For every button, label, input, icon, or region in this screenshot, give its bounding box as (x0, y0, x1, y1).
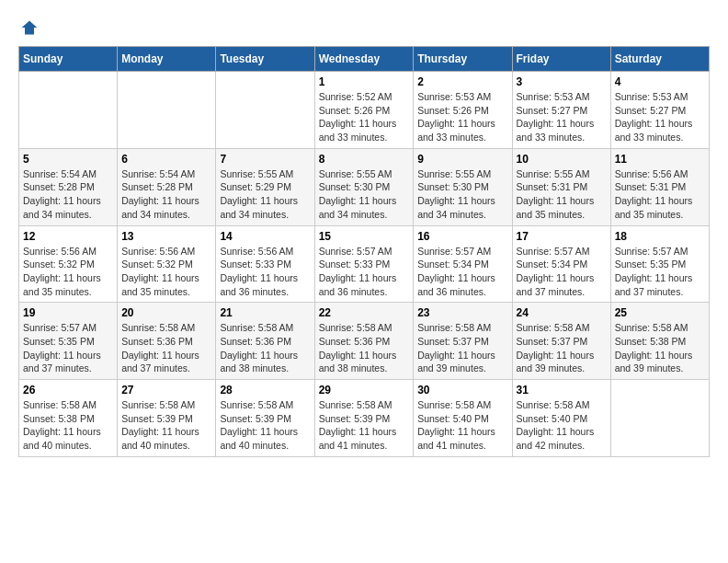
calendar-cell: 11Sunrise: 5:56 AM Sunset: 5:31 PM Dayli… (610, 148, 709, 225)
day-number: 18 (615, 230, 705, 243)
calendar-cell: 16Sunrise: 5:57 AM Sunset: 5:34 PM Dayli… (414, 225, 512, 303)
calendar-cell (19, 72, 118, 149)
day-number: 11 (615, 153, 705, 166)
cell-details: Sunrise: 5:58 AM Sunset: 5:38 PM Dayligh… (23, 398, 113, 453)
calendar-header-wednesday: Wednesday (314, 47, 414, 72)
calendar-week-row: 19Sunrise: 5:57 AM Sunset: 5:35 PM Dayli… (19, 303, 710, 380)
calendar-cell: 3Sunrise: 5:53 AM Sunset: 5:27 PM Daylig… (512, 72, 610, 149)
cell-details: Sunrise: 5:57 AM Sunset: 5:34 PM Dayligh… (417, 245, 507, 299)
logo (18, 18, 39, 37)
calendar-week-row: 26Sunrise: 5:58 AM Sunset: 5:38 PM Dayli… (19, 380, 710, 457)
day-number: 4 (615, 75, 705, 88)
day-number: 5 (23, 153, 113, 166)
day-number: 25 (615, 306, 705, 319)
calendar-cell: 23Sunrise: 5:58 AM Sunset: 5:37 PM Dayli… (414, 303, 512, 380)
calendar-cell: 29Sunrise: 5:58 AM Sunset: 5:39 PM Dayli… (314, 380, 414, 457)
day-number: 10 (517, 153, 607, 166)
calendar-cell (118, 72, 216, 149)
day-number: 8 (319, 153, 410, 166)
day-number: 20 (121, 306, 211, 319)
calendar-cell: 20Sunrise: 5:58 AM Sunset: 5:36 PM Dayli… (118, 303, 216, 380)
cell-details: Sunrise: 5:58 AM Sunset: 5:39 PM Dayligh… (319, 398, 410, 453)
cell-details: Sunrise: 5:55 AM Sunset: 5:30 PM Dayligh… (417, 167, 507, 222)
calendar-cell: 15Sunrise: 5:57 AM Sunset: 5:33 PM Dayli… (314, 225, 414, 303)
calendar-cell: 18Sunrise: 5:57 AM Sunset: 5:35 PM Dayli… (610, 225, 709, 303)
calendar-header-row: SundayMondayTuesdayWednesdayThursdayFrid… (19, 47, 710, 72)
day-number: 21 (220, 306, 310, 319)
calendar-cell: 12Sunrise: 5:56 AM Sunset: 5:32 PM Dayli… (19, 225, 118, 303)
day-number: 13 (121, 230, 211, 243)
day-number: 31 (517, 384, 607, 396)
svg-marker-0 (22, 21, 38, 35)
cell-details: Sunrise: 5:58 AM Sunset: 5:40 PM Dayligh… (417, 398, 507, 453)
day-number: 9 (417, 153, 507, 166)
cell-details: Sunrise: 5:55 AM Sunset: 5:31 PM Dayligh… (517, 167, 607, 222)
logo-icon (20, 18, 39, 37)
cell-details: Sunrise: 5:52 AM Sunset: 5:26 PM Dayligh… (319, 90, 410, 144)
calendar-table: SundayMondayTuesdayWednesdayThursdayFrid… (18, 46, 710, 457)
calendar-cell: 31Sunrise: 5:58 AM Sunset: 5:40 PM Dayli… (512, 380, 610, 457)
cell-details: Sunrise: 5:58 AM Sunset: 5:36 PM Dayligh… (220, 321, 310, 375)
calendar-header-monday: Monday (118, 47, 216, 72)
cell-details: Sunrise: 5:56 AM Sunset: 5:31 PM Dayligh… (615, 167, 705, 222)
day-number: 28 (220, 384, 310, 396)
cell-details: Sunrise: 5:58 AM Sunset: 5:37 PM Dayligh… (417, 321, 507, 375)
cell-details: Sunrise: 5:56 AM Sunset: 5:33 PM Dayligh… (220, 245, 310, 299)
calendar-cell: 13Sunrise: 5:56 AM Sunset: 5:32 PM Dayli… (118, 225, 216, 303)
cell-details: Sunrise: 5:58 AM Sunset: 5:38 PM Dayligh… (615, 321, 705, 375)
cell-details: Sunrise: 5:57 AM Sunset: 5:35 PM Dayligh… (23, 321, 113, 375)
calendar-cell: 21Sunrise: 5:58 AM Sunset: 5:36 PM Dayli… (216, 303, 314, 380)
day-number: 19 (23, 306, 113, 319)
cell-details: Sunrise: 5:54 AM Sunset: 5:28 PM Dayligh… (121, 167, 211, 222)
calendar-cell: 7Sunrise: 5:55 AM Sunset: 5:29 PM Daylig… (216, 148, 314, 225)
calendar-cell: 24Sunrise: 5:58 AM Sunset: 5:37 PM Dayli… (512, 303, 610, 380)
cell-details: Sunrise: 5:58 AM Sunset: 5:36 PM Dayligh… (319, 321, 410, 375)
calendar-header-sunday: Sunday (19, 47, 118, 72)
calendar-cell: 2Sunrise: 5:53 AM Sunset: 5:26 PM Daylig… (414, 72, 512, 149)
cell-details: Sunrise: 5:53 AM Sunset: 5:26 PM Dayligh… (417, 90, 507, 144)
day-number: 14 (220, 230, 310, 243)
cell-details: Sunrise: 5:58 AM Sunset: 5:37 PM Dayligh… (517, 321, 607, 375)
cell-details: Sunrise: 5:53 AM Sunset: 5:27 PM Dayligh… (517, 90, 607, 144)
day-number: 12 (23, 230, 113, 243)
calendar-cell: 1Sunrise: 5:52 AM Sunset: 5:26 PM Daylig… (314, 72, 414, 149)
calendar-cell: 4Sunrise: 5:53 AM Sunset: 5:27 PM Daylig… (610, 72, 709, 149)
calendar-header-saturday: Saturday (610, 47, 709, 72)
cell-details: Sunrise: 5:56 AM Sunset: 5:32 PM Dayligh… (121, 245, 211, 299)
day-number: 22 (319, 306, 410, 319)
day-number: 29 (319, 384, 410, 396)
calendar-header-thursday: Thursday (414, 47, 512, 72)
day-number: 16 (417, 230, 507, 243)
day-number: 3 (517, 75, 607, 88)
cell-details: Sunrise: 5:58 AM Sunset: 5:39 PM Dayligh… (220, 398, 310, 453)
day-number: 23 (417, 306, 507, 319)
cell-details: Sunrise: 5:57 AM Sunset: 5:33 PM Dayligh… (319, 245, 410, 299)
calendar-cell: 27Sunrise: 5:58 AM Sunset: 5:39 PM Dayli… (118, 380, 216, 457)
calendar-cell: 26Sunrise: 5:58 AM Sunset: 5:38 PM Dayli… (19, 380, 118, 457)
cell-details: Sunrise: 5:57 AM Sunset: 5:34 PM Dayligh… (517, 245, 607, 299)
cell-details: Sunrise: 5:58 AM Sunset: 5:39 PM Dayligh… (121, 398, 211, 453)
day-number: 24 (517, 306, 607, 319)
page-header (18, 18, 710, 37)
calendar-cell: 30Sunrise: 5:58 AM Sunset: 5:40 PM Dayli… (414, 380, 512, 457)
day-number: 26 (23, 384, 113, 396)
calendar-cell: 10Sunrise: 5:55 AM Sunset: 5:31 PM Dayli… (512, 148, 610, 225)
calendar-cell (610, 380, 709, 457)
cell-details: Sunrise: 5:56 AM Sunset: 5:32 PM Dayligh… (23, 245, 113, 299)
calendar-header-friday: Friday (512, 47, 610, 72)
calendar-cell: 5Sunrise: 5:54 AM Sunset: 5:28 PM Daylig… (19, 148, 118, 225)
calendar-header-tuesday: Tuesday (216, 47, 314, 72)
cell-details: Sunrise: 5:54 AM Sunset: 5:28 PM Dayligh… (23, 167, 113, 222)
day-number: 1 (319, 75, 410, 88)
calendar-cell: 28Sunrise: 5:58 AM Sunset: 5:39 PM Dayli… (216, 380, 314, 457)
calendar-cell: 14Sunrise: 5:56 AM Sunset: 5:33 PM Dayli… (216, 225, 314, 303)
cell-details: Sunrise: 5:53 AM Sunset: 5:27 PM Dayligh… (615, 90, 705, 144)
calendar-week-row: 12Sunrise: 5:56 AM Sunset: 5:32 PM Dayli… (19, 225, 710, 303)
calendar-cell: 22Sunrise: 5:58 AM Sunset: 5:36 PM Dayli… (314, 303, 414, 380)
day-number: 7 (220, 153, 310, 166)
day-number: 2 (417, 75, 507, 88)
day-number: 15 (319, 230, 410, 243)
calendar-cell: 19Sunrise: 5:57 AM Sunset: 5:35 PM Dayli… (19, 303, 118, 380)
day-number: 6 (121, 153, 211, 166)
cell-details: Sunrise: 5:55 AM Sunset: 5:30 PM Dayligh… (319, 167, 410, 222)
